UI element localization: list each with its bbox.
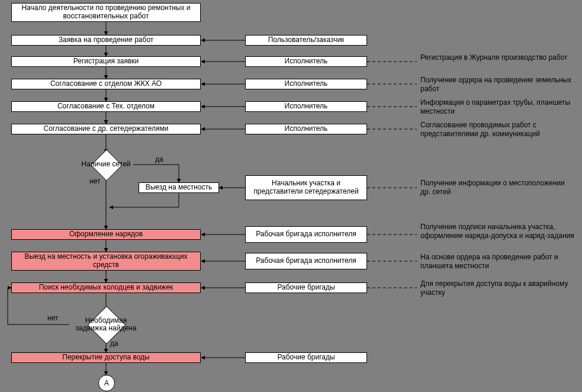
actor-field: Начальник участка и представители сетеде… [245, 175, 367, 200]
actor-exec-zkh: Исполнитель [245, 79, 367, 89]
actor-brigade-fencing: Рабочая бригада исполнителя [245, 253, 367, 269]
actor-exec-tech: Исполнитель [245, 101, 367, 112]
note-zkh: Получение ордера на проведение земельных… [420, 76, 574, 94]
actor-exec-reg: Исполнитель [245, 56, 367, 67]
node-search-wells: Поиск необхдимых колодцев и задвижек [11, 282, 201, 293]
actor-customer: Пользователь/заказчик [245, 35, 367, 46]
decision-networks-label: Наличие сетей [79, 160, 133, 168]
node-field-trip: Выезд на местность [139, 182, 219, 193]
node-agree-other: Согласование с др. сетедержателями [11, 124, 201, 134]
note-orders: Получение подписи начальника участка, оф… [420, 223, 574, 240]
actor-brigades-shutoff: Рабочие бригады [245, 352, 367, 363]
actor-brigades-wells: Рабочие бригады [245, 282, 367, 293]
decision-valve-label: Неободимая задвижка найдена [72, 317, 140, 332]
node-agree-zkh: Согласование с отделом ЖКХ АО [11, 79, 201, 89]
node-request: Заявка на проведение работ [11, 35, 201, 46]
note-registration: Регистрация в Журнале производство работ [420, 53, 574, 62]
node-agree-tech: Согласование с Тех. отделом [11, 101, 201, 112]
note-field: Получение информации о местоположении др… [420, 179, 574, 197]
label-yes-2: да [110, 339, 118, 348]
actor-brigade-orders: Рабочая бригада исполнителя [245, 226, 367, 243]
flowchart-canvas: Начало деятельности по проведению ремонт… [0, 0, 582, 392]
note-tech: Информация о параметрах трубы, планшеты … [420, 98, 574, 116]
node-orders: Оформление нарядов [11, 229, 201, 240]
node-start: Начало деятельности по проведению ремонт… [11, 3, 201, 22]
connector-a: A [98, 375, 115, 391]
label-no-1: нет [89, 177, 100, 185]
note-fencing: На основе ордера на проведение работ и п… [420, 253, 574, 271]
node-fencing: Выезд на местность и установка огоражива… [11, 252, 201, 271]
node-shutoff: Перекрытие доступа воды [11, 352, 201, 363]
label-no-2: нет [47, 314, 58, 322]
actor-exec-other: Исполнитель [245, 124, 367, 134]
label-yes-1: да [155, 155, 163, 163]
note-wells: Для перекрытия доступа воды к аварийному… [420, 279, 574, 297]
note-other: Согласование проводимых работ с представ… [420, 121, 574, 139]
node-registration: Регистрация заявки [11, 56, 201, 67]
